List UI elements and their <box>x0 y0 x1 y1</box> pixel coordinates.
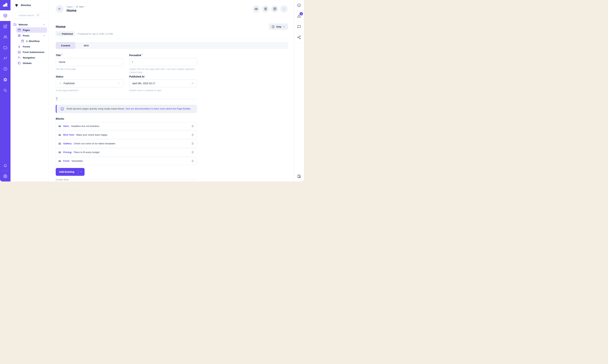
drag-handle-icon[interactable] <box>58 152 61 153</box>
caret-down-icon[interactable] <box>78 168 84 176</box>
module-insights-button[interactable] <box>0 53 11 64</box>
page-builder-notice: Build dynamic pages quickly using ready-… <box>56 105 197 113</box>
notifications-button[interactable] <box>0 160 11 171</box>
pending-actions-icon <box>297 174 301 179</box>
drag-handle-icon[interactable] <box>58 160 61 162</box>
revisions-drawer-button[interactable]: 2 <box>294 11 304 21</box>
published-at-value: April 8th, 2025 02:17 <box>132 82 155 85</box>
field-status: Status Published Is this page published? <box>56 75 123 92</box>
block-title: Check out some of our latest templates <box>74 142 115 145</box>
module-content-button[interactable] <box>0 10 11 21</box>
sidebar-item-form-submissions[interactable]: Form Submissions <box>16 49 47 55</box>
sidebar-item-label: 1. Workflow <box>26 40 40 42</box>
account-button[interactable] <box>0 171 11 182</box>
directus-logo-tile[interactable] <box>0 0 11 10</box>
users-icon <box>3 35 8 39</box>
field-title: Title* The title of this page. <box>56 54 123 74</box>
drag-handle-icon[interactable] <box>58 143 61 144</box>
chevron-down-icon[interactable] <box>43 34 46 37</box>
tab-content[interactable]: Content <box>56 42 75 49</box>
block-row[interactable]: Form: Newsletter <box>56 157 197 165</box>
sidebar-item-navigation[interactable]: Navigation <box>16 55 47 60</box>
block-title: Make your entire team happy <box>76 133 107 136</box>
header-divider <box>56 39 288 39</box>
sidebar-item-label: Website <box>18 23 28 26</box>
sidebar-item-website[interactable]: Website <box>12 22 47 27</box>
trash-icon[interactable] <box>191 133 194 136</box>
blocks-list: Hero: Headless but not brainless Rich Te… <box>56 122 197 165</box>
drag-handle-icon[interactable] <box>58 126 61 127</box>
eye-icon <box>254 7 258 11</box>
detail-tabs: Content SEO <box>56 42 288 49</box>
trash-icon[interactable] <box>191 142 194 145</box>
comments-drawer-button[interactable] <box>294 21 304 32</box>
block-row[interactable]: Hero: Headless but not brainless <box>56 122 197 130</box>
block-title: Plans to fit every budget <box>74 151 99 154</box>
preview-button[interactable] <box>253 5 260 13</box>
sidebar-item-label: Globals <box>23 62 32 65</box>
block-row[interactable]: Pricing: Plans to fit every budget <box>56 148 197 156</box>
published-at-input[interactable]: April 8th, 2025 02:17 <box>129 79 197 87</box>
clear-x-icon[interactable] <box>191 82 194 85</box>
project-logo-icon <box>14 3 19 7</box>
pending-actions-button[interactable] <box>294 174 304 179</box>
project-chooser[interactable]: Directus <box>11 0 48 10</box>
trash-icon[interactable] <box>191 159 194 163</box>
svg-text:?: ? <box>273 26 274 27</box>
sidebar-item-forms[interactable]: Forms <box>16 44 47 49</box>
tab-seo[interactable]: SEO <box>78 42 94 49</box>
window-icon <box>17 28 21 32</box>
list-collapse-icon <box>17 56 21 59</box>
documentation-link[interactable]: See our documentation to learn more abou… <box>126 107 190 110</box>
block-row[interactable]: Gallery: Check out some of our latest te… <box>56 140 197 147</box>
revisions-count-badge: 2 <box>300 12 303 15</box>
drag-handle-icon[interactable] <box>58 134 61 136</box>
module-users-button[interactable] <box>0 32 11 42</box>
version-menu[interactable]: Main <box>75 5 87 8</box>
folder-icon <box>3 45 8 50</box>
trash-icon[interactable] <box>191 124 194 128</box>
module-help-button[interactable]: ? <box>0 64 11 74</box>
field-note: The title of this page. <box>56 67 123 71</box>
back-button[interactable] <box>56 5 64 13</box>
sidebar-item-globals[interactable]: Globals <box>16 60 47 66</box>
info-drawer-button[interactable] <box>294 0 304 11</box>
document-icon <box>17 34 21 37</box>
help-circle-icon: ? <box>271 25 275 28</box>
archive-button[interactable] <box>271 5 278 13</box>
save-button[interactable] <box>280 5 288 13</box>
sidebar-item-workflow[interactable]: 1. Workflow <box>20 39 47 44</box>
field-note: Is this page published? <box>56 89 123 92</box>
page-title: Home <box>67 9 87 13</box>
search-shortcut-key: ⌘K <box>36 14 40 17</box>
sidebar-item-posts[interactable]: Posts <box>16 33 47 38</box>
inbox-icon <box>17 50 21 54</box>
add-existing-button[interactable]: Add Existing <box>56 168 84 176</box>
project-name: Directus <box>21 4 31 7</box>
delete-button[interactable] <box>262 5 269 13</box>
title-input[interactable] <box>56 58 123 66</box>
trash-icon[interactable] <box>191 151 194 154</box>
sidebar-item-pages[interactable]: Pages <box>16 27 47 33</box>
create-new-line <box>71 179 197 180</box>
module-settings-button[interactable] <box>0 74 11 85</box>
breadcrumb-collection[interactable]: Pages <box>67 6 73 8</box>
help-button[interactable]: ? Help <box>269 24 288 30</box>
required-asterisk: * <box>61 53 62 56</box>
chevron-down-icon[interactable] <box>43 23 46 26</box>
module-editor-button[interactable] <box>0 21 11 32</box>
block-title: Newsletter <box>71 160 83 162</box>
version-label: Main <box>79 6 84 8</box>
module-files-button[interactable] <box>0 42 11 53</box>
module-search-button[interactable] <box>0 85 11 96</box>
shares-drawer-button[interactable] <box>294 32 304 43</box>
permalink-input[interactable] <box>129 58 197 66</box>
chevron-down-icon[interactable] <box>117 82 120 85</box>
folder-star-icon <box>13 23 17 26</box>
module-bar: ? <box>0 0 11 182</box>
status-select[interactable]: Published <box>56 79 123 87</box>
global-search-input[interactable]: Global Search ⌘K <box>12 12 47 19</box>
block-row[interactable]: Rich Text: Make your entire team happy <box>56 131 197 139</box>
field-note: Publish now or schedule for later. <box>129 89 197 92</box>
info-icon <box>297 3 301 7</box>
